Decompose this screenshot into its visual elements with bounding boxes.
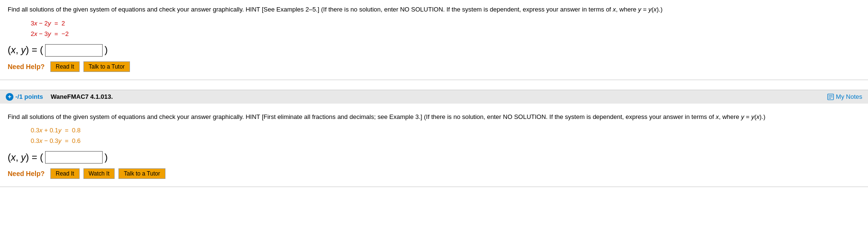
question-1-equations: 3x − 2y = 2 2x − 3y = −2: [31, 18, 860, 39]
talk-to-tutor-button-2[interactable]: Talk to a Tutor: [118, 168, 165, 179]
answer-close-paren: ): [105, 45, 108, 56]
question-2-answer-input[interactable]: [45, 151, 103, 164]
question-2-block: Find all solutions of the given system o…: [0, 107, 868, 188]
question-1-instruction: Find all solutions of the given system o…: [8, 5, 860, 14]
question-2-need-help-row: Need Help? Read It Watch It Talk to a Tu…: [8, 168, 860, 179]
question-2-answer-row: (x, y) = ( ): [8, 151, 860, 164]
question-2-equations: 0.3x + 0.1y = 0.8 0.3x − 0.3y = 0.6: [31, 125, 860, 146]
question-1-answer-input[interactable]: [45, 44, 103, 57]
notes-icon: [827, 94, 834, 100]
need-help-label-1: Need Help?: [8, 63, 45, 71]
points-text: -/1 points: [15, 93, 43, 100]
watch-it-button-2[interactable]: Watch It: [83, 168, 115, 179]
my-notes-button[interactable]: My Notes: [827, 93, 862, 100]
question-2-header: + -/1 points WaneFMAC7 4.1.013. My Notes: [0, 90, 868, 104]
talk-to-tutor-button-1[interactable]: Talk to a Tutor: [83, 61, 130, 72]
question-1-answer-row: (x, y) = ( ): [8, 44, 860, 57]
answer-close-paren-2: ): [105, 152, 108, 163]
need-help-label-2: Need Help?: [8, 170, 45, 177]
read-it-button-2[interactable]: Read It: [50, 168, 80, 179]
question-1-block: Find all solutions of the given system o…: [0, 0, 868, 80]
read-it-button-1[interactable]: Read It: [50, 61, 80, 72]
points-badge: + -/1 points: [6, 93, 43, 101]
equation-1-line1: 3x − 2y = 2: [31, 18, 860, 29]
answer-label-2: (x, y) = (: [8, 152, 43, 163]
spacer: [0, 80, 868, 90]
question-2-id: WaneFMAC7 4.1.013.: [51, 93, 113, 100]
my-notes-label: My Notes: [836, 93, 862, 100]
equation-1-line2: 2x − 3y = −2: [31, 29, 860, 39]
question-2-instruction: Find all solutions of the given system o…: [8, 112, 860, 122]
plus-icon: +: [6, 93, 13, 101]
equation-2-line2: 0.3x − 0.3y = 0.6: [31, 136, 860, 146]
equation-2-line1: 0.3x + 0.1y = 0.8: [31, 125, 860, 136]
answer-label: (x, y) = (: [8, 45, 43, 56]
question-1-need-help-row: Need Help? Read It Talk to a Tutor: [8, 61, 860, 72]
